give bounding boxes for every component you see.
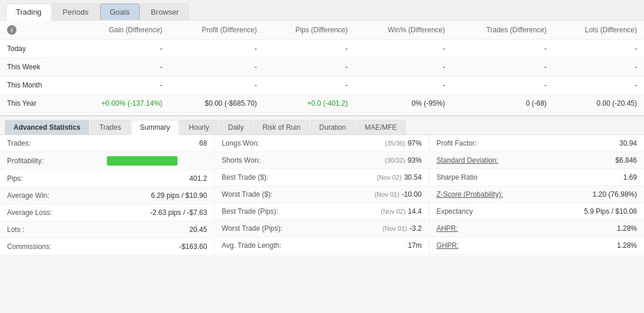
row-profit-week: - — [169, 58, 264, 76]
adv-value-longs-won: 97% — [408, 139, 422, 147]
subtab-trades[interactable]: Trades — [90, 120, 130, 134]
subtab-duration[interactable]: Duration — [310, 120, 354, 134]
adv-sub-worst-trade-dollar: (Nov 01) — [374, 191, 399, 198]
list-item: Best Trade ($): (Nov 02) 30.54 — [214, 169, 428, 186]
tab-goals[interactable]: Goals — [100, 4, 140, 20]
col-header-lots: Lots (Difference) — [554, 21, 644, 40]
adv-label-profitability: Profitability: — [7, 157, 107, 165]
row-win-month: - — [355, 76, 452, 95]
list-item: Sharpe Ratio 1.69 — [430, 169, 644, 186]
adv-value-worst-trade-pips: -3.2 — [410, 224, 422, 233]
subtab-advanced-statistics[interactable]: Advanced Statistics — [5, 120, 89, 134]
adv-label-expectancy: Expectancy — [437, 207, 584, 216]
adv-sub-longs-won: (35/36) — [385, 140, 405, 147]
adv-label-avg-trade-length: Avg. Trade Length: — [222, 241, 405, 250]
row-pips-week: - — [264, 58, 355, 76]
adv-label-trades: Trades: — [7, 139, 199, 147]
list-item: Longs Won: (35/36) 97% — [214, 135, 428, 152]
stats-table: i Gain (Difference) Profit (Difference) … — [0, 21, 644, 113]
list-item: Worst Trade ($): (Nov 01) -10.00 — [214, 186, 428, 203]
subtab-summary[interactable]: Summary — [131, 120, 179, 135]
row-profit-year: $0.00 (-$685.70) — [169, 95, 264, 113]
table-row: Today - - - - - - — [0, 40, 644, 58]
tab-browser[interactable]: Browser — [141, 4, 189, 20]
row-lots-year: 0.00 (-20.45) — [554, 95, 644, 113]
subtab-risk-of-ruin[interactable]: Risk of Ruin — [254, 120, 310, 134]
row-lots-today: - — [554, 40, 644, 58]
main-container: Trading Periods Goals Browser i Gain (Di… — [0, 0, 644, 255]
advanced-stats-grid: Trades: 68 Profitability: Pips: 401.2 Av… — [0, 135, 644, 255]
adv-label-lots: Lots : — [7, 226, 189, 234]
adv-label-profit-factor: Profit Factor: — [437, 139, 619, 147]
adv-value-commissions: -$163.60 — [179, 243, 207, 251]
adv-value-shorts-won: 93% — [408, 156, 422, 164]
adv-label-ghpr[interactable]: GHPR: — [437, 241, 617, 250]
adv-label-best-trade-pips: Best Trade (Pips): — [222, 207, 381, 216]
adv-value-avg-loss: -2.63 pips / -$7.63 — [150, 208, 207, 217]
list-item: GHPR: 1.28% — [430, 237, 644, 254]
row-pips-today: - — [264, 40, 355, 58]
row-trades-month: - — [452, 76, 554, 95]
adv-label-worst-trade-pips: Worst Trade (Pips): — [222, 224, 382, 233]
adv-label-worst-trade-dollar: Worst Trade ($): — [222, 190, 374, 198]
list-item: Z-Score (Probability): 1.20 (76.98%) — [430, 186, 644, 203]
row-pips-month: - — [264, 76, 355, 95]
adv-value-worst-trade-dollar: -10.00 — [402, 190, 422, 198]
adv-label-ahpr[interactable]: AHPR: — [437, 224, 617, 233]
row-profit-today: - — [169, 40, 264, 58]
adv-sub-worst-trade-pips: (Nov 01) — [383, 225, 407, 232]
list-item: Shorts Won: (30/32) 93% — [214, 152, 428, 169]
info-icon: i — [7, 25, 16, 35]
tab-trading[interactable]: Trading — [6, 4, 52, 21]
row-label-month: This Month — [0, 76, 67, 95]
list-item: Profitability: — [0, 152, 214, 170]
row-win-week: - — [355, 58, 452, 76]
subtab-daily[interactable]: Daily — [219, 120, 253, 134]
list-item: Commissions: -$163.60 — [0, 238, 214, 255]
subtab-hourly[interactable]: Hourly — [180, 120, 218, 134]
col-header-profit: Profit (Difference) — [169, 21, 264, 40]
adv-value-avg-win: 6.29 pips / $10.90 — [151, 191, 207, 200]
list-item: Pips: 401.2 — [0, 170, 214, 187]
adv-sub-best-trade-pips: (Nov 02) — [381, 208, 405, 215]
row-pips-year: +0.0 (-401.2) — [264, 95, 355, 113]
tab-periods[interactable]: Periods — [53, 4, 99, 20]
adv-sub-shorts-won: (30/32) — [385, 157, 405, 164]
adv-label-longs-won: Longs Won: — [222, 139, 384, 147]
col-header-trades: Trades (Difference) — [452, 21, 554, 40]
list-item: Worst Trade (Pips): (Nov 01) -3.2 — [214, 220, 428, 237]
adv-label-avg-loss: Average Loss: — [7, 208, 150, 217]
adv-label-std-deviation[interactable]: Standard Deviation: — [437, 156, 616, 164]
subtab-mae-mfe[interactable]: MAE/MFE — [356, 120, 406, 134]
row-trades-year: 0 (-68) — [452, 95, 554, 113]
table-row: This Week - - - - - - — [0, 58, 644, 76]
list-item: Average Loss: -2.63 pips / -$7.63 — [0, 204, 214, 221]
row-gain-today: - — [67, 40, 169, 58]
row-gain-year: +0.00% (-137.14%) — [67, 95, 169, 113]
top-tabs: Trading Periods Goals Browser — [0, 0, 644, 21]
adv-col-2: Longs Won: (35/36) 97% Shorts Won: (30/3… — [214, 135, 429, 255]
list-item: Lots : 20.45 — [0, 221, 214, 238]
row-lots-month: - — [554, 76, 644, 95]
row-win-year: 0% (-95%) — [355, 95, 452, 113]
adv-label-commissions: Commissions: — [7, 243, 179, 251]
list-item: Profit Factor: 30.94 — [430, 135, 644, 152]
profitability-bar — [107, 156, 177, 166]
col-header-pips: Pips (Difference) — [264, 21, 355, 40]
adv-label-zscore[interactable]: Z-Score (Probability): — [437, 190, 593, 198]
adv-label-sharpe-ratio: Sharpe Ratio — [437, 173, 623, 181]
adv-label-pips: Pips: — [7, 174, 189, 183]
sub-tabs: Advanced Statistics Trades Summary Hourl… — [0, 116, 644, 135]
adv-value-pips: 401.2 — [189, 174, 207, 183]
adv-label-shorts-won: Shorts Won: — [222, 156, 384, 164]
row-lots-week: - — [554, 58, 644, 76]
table-row: This Year +0.00% (-137.14%) $0.00 (-$685… — [0, 95, 644, 113]
list-item: Trades: 68 — [0, 135, 214, 152]
adv-value-lots: 20.45 — [189, 226, 207, 234]
adv-value-sharpe-ratio: 1.69 — [623, 173, 637, 181]
col-header-win: Win% (Difference) — [355, 21, 452, 40]
row-label-year: This Year — [0, 95, 67, 113]
adv-value-best-trade-dollar: 30.54 — [404, 173, 422, 181]
table-row: This Month - - - - - - — [0, 76, 644, 95]
row-label-today: Today — [0, 40, 67, 58]
